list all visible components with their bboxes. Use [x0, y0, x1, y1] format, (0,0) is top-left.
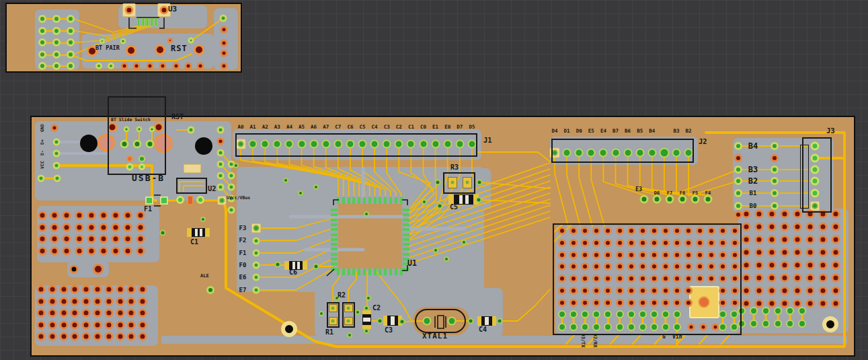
j3-pin [811, 166, 820, 174]
proto-pad [127, 297, 136, 305]
j1-pin [297, 140, 306, 149]
proto-pad [71, 332, 79, 341]
j1-pin-label-C1: C1 [408, 124, 414, 130]
proto-pad [684, 262, 693, 271]
c3-label: C3 [385, 327, 393, 334]
j3-pin [811, 142, 820, 151]
trace [566, 335, 574, 344]
j3-pin [811, 177, 820, 186]
proto-pad [38, 235, 47, 244]
proto-pad [696, 251, 704, 259]
proto-pad [136, 223, 145, 231]
bottom-pad [108, 63, 114, 69]
proto-pad [627, 262, 635, 271]
proto-big-pad-hole [699, 297, 710, 308]
usb-signal-pad [126, 164, 134, 171]
j2-pin [552, 150, 558, 156]
u1-pad [348, 268, 350, 275]
b-column-pad [734, 177, 742, 185]
j1-pin [419, 140, 428, 149]
u1-pad [363, 268, 366, 275]
proto-pad [581, 251, 589, 259]
trace [56, 166, 156, 201]
u1-pad [331, 233, 338, 236]
proto-pad [75, 223, 83, 231]
power-pad [38, 175, 45, 182]
proto-pad [819, 261, 828, 270]
proto-pad [592, 227, 600, 235]
proto-pad [82, 332, 91, 341]
j1-pin-label-C7: C7 [335, 124, 341, 130]
u1-pad [403, 228, 409, 231]
proto-pad [63, 223, 71, 231]
proto-pad [734, 211, 742, 219]
proto-pad [731, 239, 739, 247]
j1-pin-label-C3: C3 [384, 124, 390, 130]
proto-pad [719, 251, 727, 259]
j2-pin-label-B7: B7 [613, 129, 619, 134]
u3-label: U3 [168, 5, 177, 13]
proto-pad [139, 297, 147, 305]
proto-pad [768, 274, 777, 283]
proto-pad [832, 210, 840, 219]
via [298, 190, 303, 196]
bottom-pad [133, 63, 141, 70]
proto-pad [684, 251, 693, 259]
trace [411, 183, 440, 209]
proto-pad [684, 227, 693, 235]
proto-pad [639, 275, 647, 283]
proto-pad [793, 210, 802, 219]
proto-pad [684, 299, 693, 307]
c4-pad [468, 318, 474, 324]
bt-pair-pad [120, 38, 126, 44]
u1-pad [403, 238, 409, 241]
proto-pad [684, 239, 693, 247]
proto-pad [93, 285, 102, 294]
j1-pin-label-A5: A5 [299, 124, 305, 130]
header-pad [52, 27, 61, 35]
j2-pin [684, 149, 693, 157]
j2-pin [575, 149, 584, 157]
rail-pad [798, 320, 806, 328]
rail-pad [786, 307, 794, 315]
proto-pad [707, 239, 715, 247]
j1-pin-label-A4: A4 [286, 124, 292, 130]
proto-pad [50, 246, 59, 255]
proto-pad [581, 262, 589, 271]
proto-pad [100, 246, 108, 255]
proto-pad [136, 235, 145, 244]
proto-pad [82, 297, 91, 305]
j1-pin-label-A3: A3 [274, 124, 280, 130]
u1-pad [395, 268, 397, 275]
proto-pad [558, 227, 566, 235]
u1-pad [352, 197, 355, 204]
proto-pad [755, 299, 764, 308]
proto-pad [581, 299, 589, 307]
d3-tx-label: D3/TX [580, 333, 585, 347]
proto-pad [806, 236, 815, 244]
proto-pad [59, 332, 68, 341]
proto-pad [100, 211, 108, 220]
proto-pad [696, 227, 704, 235]
u1-pad [331, 258, 338, 260]
proto-pad [63, 235, 71, 244]
proto-pad [558, 239, 566, 247]
proto-pad [755, 287, 764, 295]
j2-pin-label-D0: D0 [576, 129, 582, 134]
proto-pad [50, 223, 59, 231]
f-col-label-F2: F2 [239, 238, 247, 244]
proto-pad [768, 210, 777, 219]
proto-pad [116, 320, 124, 329]
header-pad [217, 161, 225, 168]
proto-pad [684, 275, 693, 283]
trace [348, 272, 356, 303]
proto-pad [832, 248, 840, 257]
trace [721, 335, 729, 344]
proto-pad [38, 246, 47, 255]
proto-pad [93, 297, 102, 305]
c2-label: C2 [372, 305, 381, 312]
proto-pad [731, 299, 739, 307]
j2-pin-label-B4: B4 [649, 129, 655, 134]
u1-pad [400, 197, 403, 204]
edge-pad [221, 63, 228, 70]
